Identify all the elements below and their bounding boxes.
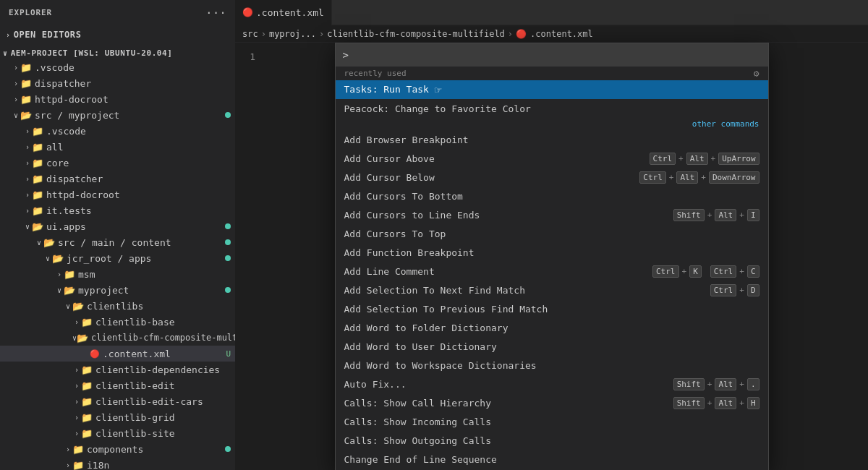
cmd-label-calls-incoming: Calls: Show Incoming Calls (344, 416, 760, 427)
folder-open-icon-clientlibs: 📂 (72, 301, 84, 312)
plus-4: + (701, 173, 706, 182)
command-item-add-cursor-below[interactable]: Add Cursor Below Ctrl + Alt + DownArrow (336, 168, 768, 187)
kbd-ctrl-4: Ctrl (710, 265, 737, 278)
tree-item-src-main-content[interactable]: ∨ 📂 src / main / content (0, 234, 235, 250)
tree-item-it-tests[interactable]: › 📁 it.tests (0, 202, 235, 218)
command-item-calls-incoming[interactable]: Calls: Show Incoming Calls (336, 412, 768, 431)
dot-components (225, 446, 231, 452)
kbd-i: I (747, 209, 760, 221)
chevron-vscode-root: › (12, 64, 20, 72)
tree-item-vscode-root[interactable]: › 📁 .vscode (0, 59, 235, 75)
command-item-add-sel-prev[interactable]: Add Selection To Previous Find Match (336, 299, 768, 318)
command-item-change-eol[interactable]: Change End of Line Sequence (336, 450, 768, 469)
tree-item-ui-apps[interactable]: ∨ 📂 ui.apps (0, 218, 235, 234)
command-item-add-function-bp[interactable]: Add Function Breakpoint (336, 243, 768, 262)
tree-item-dispatcher-root[interactable]: › 📁 dispatcher (0, 75, 235, 91)
shortcut-add-sel-next: Ctrl + D (710, 284, 760, 296)
tree-item-src-myproject[interactable]: ∨ 📂 src / myproject (0, 107, 235, 123)
kbd-ctrl-2: Ctrl (639, 171, 666, 184)
tree-item-msm[interactable]: › 📁 msm (0, 266, 235, 282)
tree-item-vscode-src[interactable]: › 📁 .vscode (0, 123, 235, 139)
aem-project-section: ∨ AEM-PROJECT [WSL: UBUNTU-20.04] › 📁 .v… (0, 44, 235, 470)
tree-label-clientlib-edit: clientlib-edit (95, 380, 175, 391)
aem-project-chevron: ∨ (3, 49, 8, 57)
tree-item-myproject2[interactable]: ∨ 📂 myproject (0, 282, 235, 298)
sidebar-more-button[interactable]: ··· (205, 6, 226, 20)
cmd-label-add-sel-next: Add Selection To Next Find Match (344, 285, 710, 296)
chevron-components: › (64, 445, 72, 453)
chevron-src-myproject: ∨ (12, 111, 20, 119)
tree-item-components[interactable]: › 📁 components (0, 441, 235, 457)
chevron-clientlib-grid: › (72, 414, 81, 422)
aem-project-header[interactable]: ∨ AEM-PROJECT [WSL: UBUNTU-20.04] (0, 47, 235, 59)
tree-item-clientlib-dependencies[interactable]: › 📁 clientlib-dependencies (0, 362, 235, 377)
shortcut-calls-hierarchy: Shift + Alt + H (673, 397, 760, 409)
shortcut-add-line-comment: Ctrl + K Ctrl + C (652, 265, 760, 278)
open-editors-section: › Open Editors (0, 25, 235, 44)
tree-label-dispatcher-root: dispatcher (35, 78, 91, 89)
other-commands-label: other commands (692, 119, 760, 129)
breadcrumb-content-xml: .content.xml (530, 29, 593, 39)
chevron-src-main-content: ∨ (35, 239, 43, 247)
tree-item-all[interactable]: › 📁 all (0, 139, 235, 155)
command-item-peacock[interactable]: Peacock: Change to Favorite Color (336, 99, 768, 118)
tree-item-i18n[interactable]: › 📁 i18n (0, 457, 235, 470)
tab-content-xml[interactable]: 🔴 .content.xml (235, 0, 332, 25)
chevron-msm: › (55, 270, 64, 278)
tree-item-content-xml[interactable]: 🔴 .content.xml U (0, 346, 235, 362)
tree-item-clientlibs[interactable]: ∨ 📂 clientlibs (0, 298, 235, 314)
cmd-label-add-browser-bp: Add Browser Breakpoint (344, 134, 760, 145)
kbd-alt-3: Alt (715, 209, 736, 221)
command-item-add-word-user[interactable]: Add Word to User Dictionary (336, 337, 768, 356)
folder-icon-clientlib-base: 📁 (81, 317, 93, 328)
tree-item-dispatcher-src[interactable]: › 📁 dispatcher (0, 171, 235, 187)
open-editors-header[interactable]: › Open Editors (0, 28, 235, 41)
tree-item-httpd-root[interactable]: › 📁 httpd-docroot (0, 91, 235, 107)
cmd-label-add-cursor-above: Add Cursor Above (344, 153, 650, 164)
cmd-label-add-cursors-line-ends: Add Cursors to Line Ends (344, 210, 673, 221)
kbd-ctrl-3: Ctrl (652, 265, 679, 278)
folder-open-icon-smc: 📂 (43, 237, 55, 248)
command-item-calls-outgoing[interactable]: Calls: Show Outgoing Calls (336, 431, 768, 450)
command-item-add-cursors-bottom[interactable]: Add Cursors To Bottom (336, 187, 768, 205)
cmd-label-calls-hierarchy: Calls: Show Call Hierarchy (344, 398, 673, 409)
command-item-add-cursor-above[interactable]: Add Cursor Above Ctrl + Alt + UpArrow (336, 149, 768, 168)
tree-item-clientlib-base[interactable]: › 📁 clientlib-base (0, 314, 235, 330)
plus-1: + (678, 154, 684, 163)
folder-icon-components: 📁 (72, 444, 84, 455)
command-input[interactable] (336, 43, 768, 67)
chevron-clientlib-deps: › (72, 366, 81, 374)
command-item-add-sel-next[interactable]: Add Selection To Next Find Match Ctrl + … (336, 281, 768, 299)
tree-item-clientlib-cfm[interactable]: ∨ 📂 clientlib-cfm-composite-multifield (0, 330, 235, 346)
command-item-add-cursors-line-ends[interactable]: Add Cursors to Line Ends Shift + Alt + I (336, 205, 768, 224)
command-item-add-word-workspace[interactable]: Add Word to Workspace Dictionaries (336, 356, 768, 375)
chevron-clientlib-edit-cars: › (72, 398, 81, 406)
tree-label-clientlibs: clientlibs (87, 301, 143, 312)
tree-item-jcr-root-apps[interactable]: ∨ 📂 jcr_root / apps (0, 250, 235, 266)
cmd-label-add-word-workspace: Add Word to Workspace Dictionaries (344, 360, 760, 371)
tree-item-clientlib-grid[interactable]: › 📁 clientlib-grid (0, 409, 235, 425)
command-item-calls-hierarchy[interactable]: Calls: Show Call Hierarchy Shift + Alt +… (336, 393, 768, 412)
tree-label-clientlib-grid: clientlib-grid (95, 412, 175, 423)
plus-12: + (707, 398, 712, 408)
tree-item-httpd-src[interactable]: › 📁 httpd-docroot (0, 187, 235, 202)
folder-icon-clientlib-site: 📁 (81, 428, 93, 439)
gear-icon[interactable]: ⚙ (754, 68, 760, 79)
open-editors-label: Open Editors (14, 30, 82, 40)
tree-item-clientlib-site[interactable]: › 📁 clientlib-site (0, 425, 235, 441)
tree-item-core[interactable]: › 📁 core (0, 155, 235, 171)
tree-item-clientlib-edit-cars[interactable]: › 📁 clientlib-edit-cars (0, 393, 235, 409)
tree-label-httpd-root: httpd-docroot (35, 94, 109, 105)
cmd-label-auto-fix: Auto Fix... (344, 379, 673, 390)
command-item-add-browser-bp[interactable]: Add Browser Breakpoint (336, 130, 768, 149)
command-item-add-cursors-top[interactable]: Add Cursors To Top (336, 224, 768, 243)
breadcrumb-sep3: › (508, 29, 513, 39)
editor-area: 1 > recently used ⚙ (235, 43, 868, 470)
command-item-add-word-folder[interactable]: Add Word to Folder Dictionary (336, 318, 768, 337)
command-item-add-line-comment[interactable]: Add Line Comment Ctrl + K Ctrl + C (336, 262, 768, 281)
kbd-ctrl-5: Ctrl (710, 284, 737, 296)
folder-icon-msm: 📁 (64, 269, 75, 280)
tree-item-clientlib-edit[interactable]: › 📁 clientlib-edit (0, 377, 235, 393)
command-item-tasks-run-task[interactable]: Tasks: Run Task ☞ (336, 80, 768, 99)
command-item-auto-fix[interactable]: Auto Fix... Shift + Alt + . (336, 375, 768, 393)
